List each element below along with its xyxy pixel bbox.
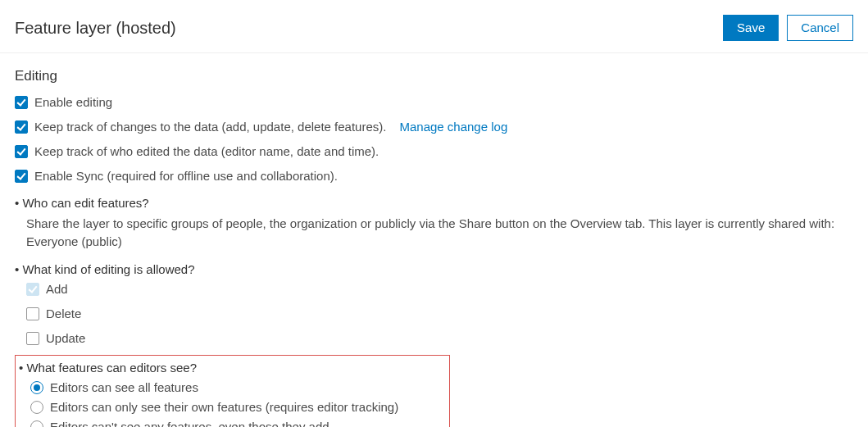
checkbox-track-changes[interactable]	[15, 120, 28, 134]
label-delete: Delete	[46, 306, 81, 322]
content-area: Editing Enable editing Keep track of cha…	[0, 53, 868, 427]
page-header: Feature layer (hosted) Save Cancel	[0, 0, 868, 53]
radio-visibility-own[interactable]	[30, 401, 43, 414]
link-manage-change-log[interactable]: Manage change log	[399, 119, 507, 135]
row-delete: Delete	[26, 306, 853, 322]
label-visibility-own: Editors can only see their own features …	[50, 399, 398, 416]
label-track-editors: Keep track of who edited the data (edito…	[34, 143, 379, 160]
label-visibility-none: Editors can't see any features, even tho…	[50, 419, 329, 427]
label-update: Update	[46, 330, 85, 347]
row-enable-editing: Enable editing	[15, 94, 853, 111]
highlighted-visibility-section: What features can editors see? Editors c…	[15, 355, 450, 427]
checkbox-update[interactable]	[26, 332, 39, 345]
row-update: Update	[26, 330, 853, 347]
block-who-can-edit: Who can edit features? Share the layer t…	[15, 196, 853, 251]
title-editing-kind: What kind of editing is allowed?	[15, 262, 853, 276]
save-button[interactable]: Save	[723, 15, 779, 41]
checkbox-delete[interactable]	[26, 307, 39, 320]
title-who-can-edit: Who can edit features?	[15, 196, 853, 210]
label-visibility-all: Editors can see all features	[50, 379, 198, 396]
row-visibility-own: Editors can only see their own features …	[30, 399, 446, 416]
label-enable-editing: Enable editing	[34, 94, 112, 111]
radio-visibility-all[interactable]	[30, 381, 43, 394]
page-title: Feature layer (hosted)	[15, 19, 176, 38]
checkbox-track-editors[interactable]	[15, 145, 28, 158]
label-add: Add	[46, 281, 68, 298]
row-track-editors: Keep track of who edited the data (edito…	[15, 143, 853, 160]
checkbox-enable-editing[interactable]	[15, 96, 28, 109]
row-visibility-none: Editors can't see any features, even tho…	[30, 419, 446, 427]
block-editing-kind: What kind of editing is allowed? Add Del…	[15, 262, 853, 347]
cancel-button[interactable]: Cancel	[787, 15, 853, 41]
section-heading-editing: Editing	[15, 68, 853, 84]
row-enable-sync: Enable Sync (required for offline use an…	[15, 168, 853, 184]
desc-who-can-edit: Share the layer to specific groups of pe…	[26, 215, 853, 251]
radio-visibility-none[interactable]	[30, 420, 43, 427]
row-visibility-all: Editors can see all features	[30, 379, 446, 396]
checkbox-add[interactable]	[26, 283, 39, 296]
row-add: Add	[26, 281, 853, 298]
title-visibility: What features can editors see?	[19, 361, 446, 375]
header-buttons: Save Cancel	[723, 15, 853, 41]
label-track-changes: Keep track of changes to the data (add, …	[34, 119, 386, 135]
checkbox-enable-sync[interactable]	[15, 170, 28, 183]
label-enable-sync: Enable Sync (required for offline use an…	[34, 168, 338, 184]
row-track-changes: Keep track of changes to the data (add, …	[15, 119, 853, 135]
